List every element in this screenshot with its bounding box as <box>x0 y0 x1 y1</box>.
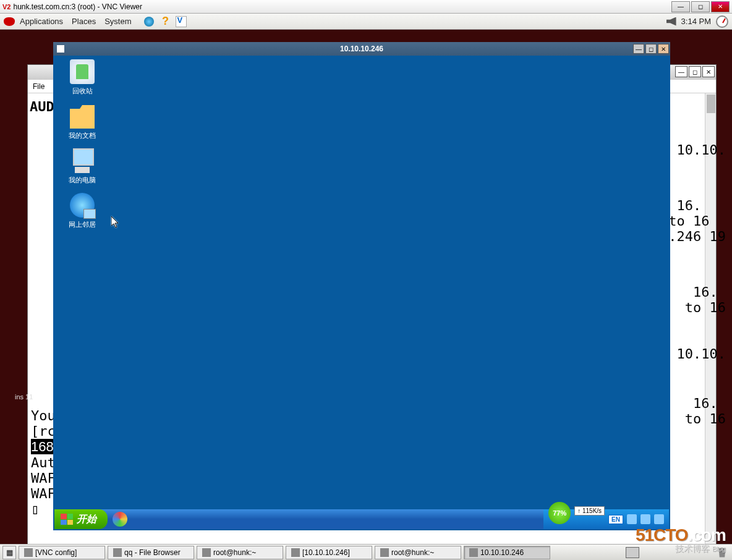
network-label: 网上邻居 <box>61 220 104 229</box>
bg-maximize-button[interactable]: ◻ <box>689 66 701 77</box>
host-close-button[interactable]: ✕ <box>711 1 730 12</box>
windows-xp-desktop[interactable]: 回收站 我的文档 我的电脑 网上邻居 开始 77% ↑ 115K/s <box>54 56 669 529</box>
desktop-icon-my-computer[interactable]: 我的电脑 <box>61 148 104 185</box>
browser-launcher-icon[interactable] <box>142 15 156 28</box>
mouse-cursor-icon <box>111 216 120 229</box>
language-indicator[interactable]: EN <box>608 515 623 524</box>
bg-close-button[interactable]: ✕ <box>702 66 715 77</box>
volume-icon[interactable] <box>666 17 676 26</box>
vnc-close-button[interactable]: ✕ <box>658 44 669 54</box>
clock[interactable]: 3:14 PM <box>681 17 711 26</box>
vnc-window-icon <box>57 45 64 53</box>
vnc-launcher-icon[interactable] <box>174 15 188 28</box>
gnome-top-panel: Applications Places System ? 3:14 PM <box>0 14 732 30</box>
vnc-minimize-button[interactable]: — <box>633 44 644 54</box>
system-monitor-icon[interactable] <box>716 15 728 28</box>
status-indicator[interactable]: 77% <box>548 502 571 524</box>
recycle-bin-label: 回收站 <box>61 87 104 96</box>
tray-icon-1[interactable] <box>627 514 637 524</box>
xp-taskbar: 开始 77% ↑ 115K/s EN <box>54 509 669 529</box>
vnc-viewer-icon: V2 <box>2 3 11 11</box>
bg-file-menu[interactable]: File <box>33 82 45 91</box>
vnc-titlebar[interactable]: 10.10.10.246 — ◻ ✕ <box>53 42 670 56</box>
network-speed-badge: ↑ 115K/s <box>574 506 605 515</box>
host-window-titlebar: V2 hunk.test.com.cn:3 (root) - VNC Viewe… <box>0 0 732 14</box>
xp-start-label: 开始 <box>77 513 96 526</box>
desktop-icon-network-places[interactable]: 网上邻居 <box>61 193 104 229</box>
watermark: 51CTO.com 技术博客 Blog <box>636 527 726 553</box>
recycle-bin-icon <box>70 59 95 84</box>
bg-text-r4: 10.10. <box>677 346 726 362</box>
gnome-bottom-panel: ▦ [VNC config] qq - File Browser root@hu… <box>0 544 732 560</box>
network-icon <box>70 193 95 218</box>
host-minimize-button[interactable]: — <box>671 1 690 12</box>
host-maximize-button[interactable]: ◻ <box>691 1 710 12</box>
show-desktop-button[interactable]: ▦ <box>2 546 16 559</box>
task-ip-terminal[interactable]: [10.10.10.246] <box>286 546 372 559</box>
task-terminal-2[interactable]: root@hunk:~ <box>375 546 461 559</box>
tray-icon-2[interactable] <box>640 514 650 524</box>
computer-icon <box>70 148 95 173</box>
bg-text-r3: 16. to 16 <box>685 284 726 315</box>
places-menu[interactable]: Places <box>72 17 96 26</box>
folder-icon <box>70 104 95 129</box>
task-vnc-config[interactable]: [VNC config] <box>19 546 105 559</box>
redhat-icon[interactable] <box>4 17 15 26</box>
desktop-icon-recycle-bin[interactable]: 回收站 <box>61 59 104 96</box>
task-vnc-ip-active[interactable]: 10.10.10.246 <box>464 546 550 559</box>
help-icon[interactable]: ? <box>158 15 172 28</box>
bg-text-r1: 10.10. <box>677 142 726 158</box>
task-file-browser[interactable]: qq - File Browser <box>108 546 194 559</box>
bg-ins-text: ins 11 <box>15 393 33 401</box>
host-window-title: hunk.test.com.cn:3 (root) - VNC Viewer <box>13 2 142 11</box>
applications-menu[interactable]: Applications <box>20 17 63 26</box>
my-computer-label: 我的电脑 <box>61 176 104 185</box>
quick-launch-icon[interactable] <box>113 512 127 527</box>
system-menu[interactable]: System <box>104 17 131 26</box>
task-terminal-1[interactable]: root@hunk:~ <box>197 546 283 559</box>
my-documents-label: 我的文档 <box>61 131 104 140</box>
desktop-icon-my-documents[interactable]: 我的文档 <box>61 104 104 140</box>
bg-scrollbar[interactable] <box>705 93 716 546</box>
bg-minimize-button[interactable]: — <box>675 66 687 77</box>
bg-terminal-text: You[rc168AutWAFWAF▯ <box>31 408 56 517</box>
vnc-window-title: 10.10.10.246 <box>340 45 383 53</box>
bg-text-r5: 16. to 16 <box>685 396 726 426</box>
tray-icon-3[interactable] <box>654 514 664 524</box>
bg-text-aud: AUD <box>30 99 54 114</box>
xp-start-button[interactable]: 开始 <box>54 509 108 529</box>
vnc-maximize-button[interactable]: ◻ <box>645 44 657 54</box>
bg-text-r2: 16. to 16 .246 19 <box>668 198 726 244</box>
vnc-session-window: 10.10.10.246 — ◻ ✕ 回收站 我的文档 我的电脑 网上邻居 <box>53 42 670 530</box>
windows-flag-icon <box>61 514 73 525</box>
